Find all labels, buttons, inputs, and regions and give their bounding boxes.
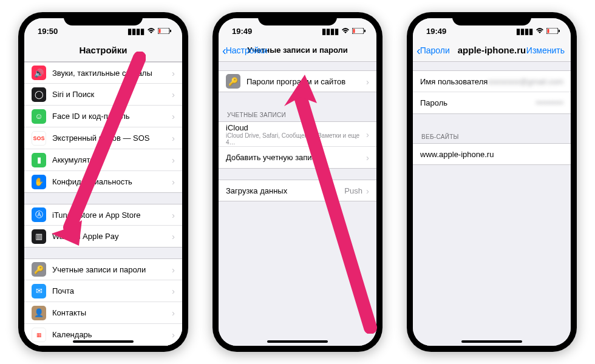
chevron-right-icon: › (172, 329, 175, 340)
row-website[interactable]: www.apple-iphone.ru (413, 143, 571, 165)
home-indicator[interactable] (461, 340, 522, 343)
status-time: 19:50 (38, 27, 58, 36)
chevron-right-icon: › (366, 186, 369, 196)
chevron-right-icon: › (172, 308, 175, 318)
faceid-icon: ☺ (32, 109, 46, 124)
field-value: •••••••••• (536, 98, 563, 107)
key-icon: 🔑 (32, 262, 46, 277)
chevron-right-icon: › (366, 152, 369, 163)
row-label: www.apple-iphone.ru (420, 150, 563, 159)
row-appstore[interactable]: ⒶiTunes Store и App Store› (24, 204, 182, 226)
row-icloud[interactable]: iCloudiCloud Drive, Safari, Сообщения, З… (219, 121, 376, 147)
row-label: Аккумулятор (52, 155, 172, 164)
row-label: Учетные записи и пароли (52, 265, 172, 274)
row-password[interactable]: Пароль•••••••••• (413, 92, 571, 114)
row-label: Face ID и код-пароль (52, 112, 172, 121)
privacy-icon: ✋ (32, 175, 46, 189)
nav-bar: ‹Настройки Учетные записи и пароли (219, 39, 376, 62)
nav-bar: Настройки (24, 39, 182, 62)
row-sos[interactable]: SOSЭкстренный вызов — SOS› (24, 127, 182, 149)
calendar-icon: ▦ (32, 328, 46, 342)
chevron-right-icon: › (366, 129, 369, 140)
row-app-site-passwords[interactable]: 🔑Пароли программ и сайтов› (219, 70, 376, 92)
content-3[interactable]: Имя пользователяxxxxxxxx@gmail.com Парол… (413, 62, 571, 346)
signal-icon: ▮▮▮▮ (516, 27, 533, 36)
svg-rect-1 (159, 29, 161, 33)
phone-frame-1: 19:50 ▮▮▮▮ Настройки 🔊Звуки, тактильные … (18, 12, 188, 352)
sos-icon: SOS (32, 131, 46, 146)
svg-rect-7 (364, 30, 365, 32)
status-time: 19:49 (232, 27, 252, 36)
phone-frame-2: 19:49 ▮▮▮▮ ‹Настройки Учетные записи и п… (212, 12, 382, 352)
svg-rect-11 (548, 29, 549, 33)
row-label: Пароли программ и сайтов (246, 77, 366, 86)
field-value: xxxxxxxx@gmail.com (488, 77, 563, 86)
notch (452, 12, 531, 25)
home-indicator[interactable] (267, 340, 328, 343)
row-label: Загрузка данных (226, 186, 344, 195)
row-sublabel: iCloud Drive, Safari, Сообщения, Заметки… (226, 132, 366, 146)
status-time: 19:49 (426, 27, 446, 36)
back-button[interactable]: ‹Настройки (222, 44, 267, 56)
row-label: Календарь (52, 330, 172, 339)
row-sounds[interactable]: 🔊Звуки, тактильные сигналы› (24, 62, 182, 84)
nav-title: apple-iphone.ru (458, 45, 526, 55)
field-key: Имя пользователя (420, 77, 488, 86)
row-label: iTunes Store и App Store (52, 211, 172, 220)
nav-title: Настройки (79, 45, 127, 55)
field-key: Пароль (420, 98, 447, 107)
chevron-right-icon: › (172, 155, 175, 165)
svg-rect-2 (170, 30, 171, 32)
row-contacts[interactable]: 👤Контакты› (24, 302, 182, 324)
svg-rect-12 (559, 30, 560, 32)
row-add-account[interactable]: Добавить учетную запись› (219, 147, 376, 169)
chevron-right-icon: › (172, 68, 175, 78)
row-wallet[interactable]: ▥Wallet и Apple Pay› (24, 226, 182, 248)
key-icon: 🔑 (226, 74, 240, 89)
wifi-icon (341, 27, 350, 36)
chevron-right-icon: › (172, 210, 175, 220)
wallet-icon: ▥ (32, 229, 46, 244)
row-fetch-data[interactable]: Загрузка данныхPush› (219, 180, 376, 201)
screen-2: 19:49 ▮▮▮▮ ‹Настройки Учетные записи и п… (219, 18, 376, 346)
row-mail[interactable]: ✉Почта› (24, 280, 182, 302)
edit-button[interactable]: Изменить (526, 46, 565, 55)
screen-3: 19:49 ▮▮▮▮ ‹Пароли apple-iphone.ru Измен… (413, 18, 571, 346)
group-header-accounts: УЧЕТНЫЕ ЗАПИСИ (219, 103, 376, 121)
battery-icon (158, 27, 171, 36)
row-privacy[interactable]: ✋Конфиденциальность› (24, 171, 182, 193)
chevron-right-icon: › (172, 265, 175, 275)
wifi-icon (147, 27, 155, 36)
notch (258, 12, 337, 25)
chevron-right-icon: › (172, 133, 175, 143)
svg-rect-6 (353, 29, 355, 33)
content-2[interactable]: 🔑Пароли программ и сайтов› УЧЕТНЫЕ ЗАПИС… (219, 62, 376, 346)
home-indicator[interactable] (73, 340, 134, 343)
row-label: Siri и Поиск (52, 90, 172, 99)
row-label: Контакты (52, 308, 172, 317)
row-label: iCloud (226, 123, 366, 132)
row-label: Экстренный вызов — SOS (52, 133, 172, 143)
phone-frame-3: 19:49 ▮▮▮▮ ‹Пароли apple-iphone.ru Измен… (407, 12, 577, 352)
screen-1: 19:50 ▮▮▮▮ Настройки 🔊Звуки, тактильные … (24, 18, 182, 346)
chevron-right-icon: › (172, 89, 175, 99)
back-label: Настройки (226, 46, 268, 55)
row-username[interactable]: Имя пользователяxxxxxxxx@gmail.com (413, 70, 571, 92)
row-label: Звуки, тактильные сигналы (52, 69, 172, 78)
row-faceid[interactable]: ☺Face ID и код-пароль› (24, 106, 182, 127)
back-button[interactable]: ‹Пароли (416, 44, 450, 56)
chevron-right-icon: › (366, 76, 369, 87)
content-1[interactable]: 🔊Звуки, тактильные сигналы› ◯Siri и Поис… (24, 62, 182, 346)
back-label: Пароли (420, 46, 450, 55)
battery-icon (546, 27, 560, 36)
nav-bar: ‹Пароли apple-iphone.ru Изменить (413, 39, 571, 62)
row-siri[interactable]: ◯Siri и Поиск› (24, 84, 182, 106)
row-battery[interactable]: ▮Аккумулятор› (24, 149, 182, 171)
row-label: Почта (52, 286, 172, 295)
group-header-websites: ВЕБ-САЙТЫ (413, 125, 571, 143)
chevron-right-icon: › (172, 177, 175, 187)
contacts-icon: 👤 (32, 306, 46, 320)
battery-settings-icon: ▮ (32, 153, 46, 167)
battery-icon (352, 27, 365, 36)
row-accounts-passwords[interactable]: 🔑Учетные записи и пароли› (24, 258, 182, 280)
